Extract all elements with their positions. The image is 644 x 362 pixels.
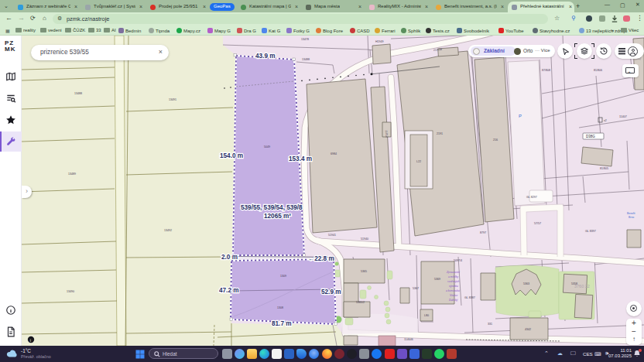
svg-text:Dubský: Dubský bbox=[449, 299, 458, 302]
svg-text:5363: 5363 bbox=[523, 282, 529, 285]
svg-text:57/57: 57/57 bbox=[534, 222, 541, 225]
svg-text:L80: L80 bbox=[424, 314, 429, 317]
svg-text:2191: 2191 bbox=[437, 132, 443, 135]
svg-text:13488: 13488 bbox=[302, 58, 310, 61]
svg-text:výrobků: výrobků bbox=[449, 285, 458, 288]
svg-text:5365/2: 5365/2 bbox=[356, 301, 365, 304]
svg-text:81/805: 81/805 bbox=[600, 167, 608, 170]
svg-text:svařových: svařových bbox=[447, 280, 459, 283]
svg-text:5367: 5367 bbox=[413, 287, 419, 290]
svg-text:5097/4: 5097/4 bbox=[454, 259, 462, 262]
svg-text:87/808: 87/808 bbox=[542, 69, 550, 72]
svg-text:Zpracování: Zpracování bbox=[446, 271, 461, 274]
svg-text:51941: 51941 bbox=[328, 234, 336, 237]
svg-text:216: 216 bbox=[493, 138, 498, 142]
svg-text:114646: 114646 bbox=[404, 338, 413, 341]
svg-text:13490: 13490 bbox=[67, 290, 74, 293]
svg-text:P: P bbox=[519, 114, 522, 118]
svg-text:Brno: Brno bbox=[629, 216, 634, 219]
svg-text:331: 331 bbox=[488, 323, 492, 326]
svg-text:Benefit: Benefit bbox=[627, 212, 635, 215]
svg-text:GL 8387: GL 8387 bbox=[464, 296, 475, 299]
svg-text:539/55, 539/54, 539/8: 539/55, 539/54, 539/8 bbox=[241, 204, 303, 211]
svg-text:47.2 m: 47.2 m bbox=[219, 287, 239, 294]
svg-text:Václav: Václav bbox=[450, 294, 457, 297]
svg-text:D38G: D38G bbox=[586, 135, 595, 138]
svg-text:52.9 m: 52.9 m bbox=[321, 289, 341, 295]
svg-text:2.0 m: 2.0 m bbox=[221, 254, 238, 261]
svg-text:153.4 m: 153.4 m bbox=[289, 155, 312, 162]
svg-text:a konstrukcí: a konstrukcí bbox=[446, 289, 461, 292]
svg-text:8797: 8797 bbox=[480, 231, 486, 234]
svg-text:a měďby: a měďby bbox=[448, 275, 459, 278]
svg-text:13478: 13478 bbox=[301, 38, 309, 41]
svg-text:13492: 13492 bbox=[164, 229, 172, 232]
svg-text:4342: 4342 bbox=[525, 328, 531, 331]
svg-text:81.7 m: 81.7 m bbox=[272, 320, 292, 327]
svg-text:5369: 5369 bbox=[434, 278, 440, 281]
svg-text:154.0 m: 154.0 m bbox=[220, 152, 243, 159]
svg-text:81/806: 81/806 bbox=[594, 69, 602, 72]
svg-text:43.9 m: 43.9 m bbox=[255, 53, 276, 60]
svg-text:11012: 11012 bbox=[385, 130, 389, 138]
svg-text:11407: 11407 bbox=[619, 115, 627, 118]
svg-text:13488: 13488 bbox=[74, 92, 82, 95]
svg-text:GL 8297: GL 8297 bbox=[526, 196, 537, 199]
svg-text:1309: 1309 bbox=[280, 275, 286, 278]
svg-text:12065 m²: 12065 m² bbox=[264, 213, 291, 220]
svg-text:13491: 13491 bbox=[169, 98, 176, 101]
svg-text:5365: 5365 bbox=[361, 270, 367, 273]
svg-text:6984: 6984 bbox=[331, 152, 337, 155]
svg-text:x2: x2 bbox=[604, 119, 607, 122]
svg-text:GL 8397: GL 8397 bbox=[585, 230, 596, 233]
svg-text:i: i bbox=[30, 338, 31, 343]
svg-text:L22: L22 bbox=[416, 160, 421, 163]
svg-text:←22.8 m: ←22.8 m bbox=[308, 255, 334, 262]
svg-text:3760 32: 3760 32 bbox=[574, 284, 590, 289]
svg-text:1308: 1308 bbox=[277, 306, 283, 309]
svg-text:H1949: H1949 bbox=[375, 40, 384, 43]
svg-text:51940: 51940 bbox=[361, 237, 368, 241]
svg-text:13489: 13489 bbox=[68, 172, 76, 176]
svg-text:5049: 5049 bbox=[264, 145, 270, 149]
